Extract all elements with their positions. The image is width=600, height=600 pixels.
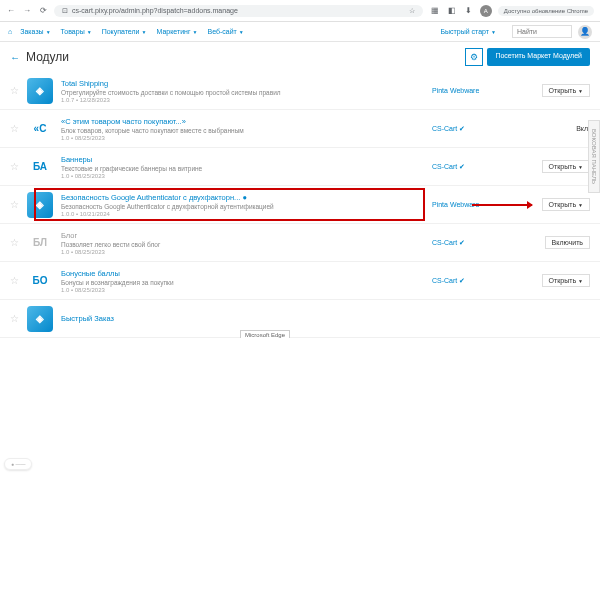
- table-row: ☆«С«С этим товаром часто покупают...»Бло…: [0, 110, 600, 148]
- addon-desc: Позволяет легко вести свой блог: [61, 241, 424, 248]
- top-nav: ⌂ Заказы▼ Товары▼ Покупатели▼ Маркетинг▼…: [0, 22, 600, 42]
- addon-icon: ◈: [27, 306, 53, 332]
- addon-name[interactable]: Total Shipping: [61, 79, 424, 88]
- page-header: ← Модули ⚙ Посетить Маркет Модулей: [0, 42, 600, 72]
- addon-info: БаннерыТекстовые и графические баннеры н…: [61, 155, 424, 179]
- addon-info: «С этим товаром часто покупают...»Блок т…: [61, 117, 424, 141]
- addon-vendor[interactable]: CS-Cart ✔: [432, 125, 522, 133]
- addon-icon: ◈: [27, 78, 53, 104]
- star-icon[interactable]: ☆: [10, 199, 19, 210]
- addon-action: Открыть ▼: [530, 198, 590, 211]
- update-button[interactable]: Доступно обновление Chrome: [498, 6, 594, 16]
- addon-info: Total ShippingОтрегулируйте стоимость до…: [61, 79, 424, 103]
- url-bar[interactable]: ⊡ cs-cart.pixy.pro/admin.php?dispatch=ad…: [54, 5, 423, 17]
- market-button[interactable]: Посетить Маркет Модулей: [487, 48, 590, 66]
- check-icon: ✔: [459, 125, 465, 133]
- lock-icon: ⊡: [62, 7, 68, 15]
- browser-actions: ▦ ◧ ⬇ A: [429, 5, 492, 17]
- table-row: ☆◈Быстрый Заказ: [0, 300, 600, 338]
- table-row: ☆БАБаннерыТекстовые и графические баннер…: [0, 148, 600, 186]
- check-icon: ✔: [459, 277, 465, 285]
- url-text: cs-cart.pixy.pro/admin.php?dispatch=addo…: [72, 7, 238, 14]
- home-icon[interactable]: ⌂: [8, 28, 12, 35]
- back-arrow-icon[interactable]: ←: [10, 52, 20, 63]
- open-button[interactable]: Открыть ▼: [542, 160, 590, 173]
- ext-icon[interactable]: ◧: [446, 5, 458, 17]
- arrow-annotation: [472, 204, 532, 206]
- addon-version: 1.0 • 08/25/2023: [61, 287, 424, 293]
- addon-version: 1.0 • 08/25/2023: [61, 173, 424, 179]
- nav-website[interactable]: Веб-сайт▼: [207, 28, 243, 35]
- reload-icon[interactable]: ⟳: [38, 6, 48, 16]
- table-row: ☆◈Безопасность Google Authenticator с дв…: [0, 186, 600, 224]
- page-title: Модули: [26, 50, 69, 64]
- open-button[interactable]: Открыть ▼: [542, 84, 590, 97]
- gear-icon[interactable]: ⚙: [465, 48, 483, 66]
- addon-desc: Безопасность Google Authenticator с двух…: [61, 203, 424, 210]
- addon-vendor[interactable]: CS-Cart ✔: [432, 239, 522, 247]
- addon-vendor[interactable]: Pinta Webware: [432, 87, 522, 94]
- addon-desc: Блок товаров, которые часто покупают вме…: [61, 127, 424, 134]
- search-input[interactable]: [512, 25, 572, 38]
- nav-orders[interactable]: Заказы▼: [20, 28, 50, 35]
- avatar[interactable]: 👤: [578, 25, 592, 39]
- star-icon[interactable]: ☆: [10, 313, 19, 324]
- table-row: ☆◈Total ShippingОтрегулируйте стоимость …: [0, 72, 600, 110]
- addon-icon: БЛ: [27, 230, 53, 256]
- download-icon[interactable]: ⬇: [463, 5, 475, 17]
- addon-version: 1.0.0 • 10/21/2024: [61, 211, 424, 217]
- addon-name[interactable]: Безопасность Google Authenticator с двух…: [61, 193, 424, 202]
- ext-icon[interactable]: ▦: [429, 5, 441, 17]
- nav-marketing[interactable]: Маркетинг▼: [156, 28, 197, 35]
- table-row: ☆БЛБлогПозволяет легко вести свой блог1.…: [0, 224, 600, 262]
- star-icon[interactable]: ☆: [10, 237, 19, 248]
- addon-desc: Текстовые и графические баннеры на витри…: [61, 165, 424, 172]
- addon-icon: ◈: [27, 192, 53, 218]
- addon-version: 1.0 • 08/25/2023: [61, 249, 424, 255]
- addon-name[interactable]: Быстрый Заказ: [61, 314, 424, 323]
- addon-info: Бонусные баллыБонусы и вознаграждения за…: [61, 269, 424, 293]
- check-icon: ✔: [459, 163, 465, 171]
- addon-desc: Бонусы и вознаграждения за покупки: [61, 279, 424, 286]
- enable-button[interactable]: Включить: [545, 236, 590, 249]
- addon-vendor[interactable]: CS-Cart ✔: [432, 277, 522, 285]
- addon-info: БлогПозволяет легко вести свой блог1.0 •…: [61, 231, 424, 255]
- star-icon[interactable]: ☆: [10, 123, 19, 134]
- open-button[interactable]: Открыть ▼: [542, 274, 590, 287]
- addon-list: ☆◈Total ShippingОтрегулируйте стоимость …: [0, 72, 600, 338]
- star-icon[interactable]: ☆: [10, 85, 19, 96]
- addon-name[interactable]: Блог: [61, 231, 424, 240]
- addon-action: Открыть ▼: [530, 160, 590, 173]
- star-icon[interactable]: ☆: [409, 7, 415, 15]
- addon-action: Вкл.: [530, 124, 590, 133]
- addon-desc: Отрегулируйте стоимость доставки с помощ…: [61, 89, 424, 96]
- addon-vendor[interactable]: CS-Cart ✔: [432, 163, 522, 171]
- open-button[interactable]: Открыть ▼: [542, 198, 590, 211]
- addon-version: 1.0 • 08/25/2023: [61, 135, 424, 141]
- nav-customers[interactable]: Покупатели▼: [102, 28, 147, 35]
- back-icon[interactable]: ←: [6, 6, 16, 16]
- addon-name[interactable]: Бонусные баллы: [61, 269, 424, 278]
- addon-icon: «С: [27, 116, 53, 142]
- table-row: ☆БОБонусные баллыБонусы и вознаграждения…: [0, 262, 600, 300]
- check-icon: ✔: [459, 239, 465, 247]
- star-icon[interactable]: ☆: [10, 161, 19, 172]
- addon-version: 1.0.7 • 12/28/2023: [61, 97, 424, 103]
- addon-info: Безопасность Google Authenticator с двух…: [61, 193, 424, 217]
- edge-tooltip: Microsoft Edge: [240, 330, 290, 338]
- profile-icon[interactable]: A: [480, 5, 492, 17]
- side-panel-toggle[interactable]: БОКОВАЯ ПАНЕЛЬ: [588, 120, 600, 193]
- addon-icon: БА: [27, 154, 53, 180]
- nav-products[interactable]: Товары▼: [61, 28, 92, 35]
- addon-info: Быстрый Заказ: [61, 314, 424, 324]
- addon-action: Открыть ▼: [530, 84, 590, 97]
- addon-icon: БО: [27, 268, 53, 294]
- addon-action: Открыть ▼: [530, 274, 590, 287]
- addon-name[interactable]: «С этим товаром часто покупают...»: [61, 117, 424, 126]
- addon-action: Включить: [530, 236, 590, 249]
- browser-toolbar: ← → ⟳ ⊡ cs-cart.pixy.pro/admin.php?dispa…: [0, 0, 600, 22]
- quick-start[interactable]: Быстрый старт▼: [440, 28, 496, 35]
- addon-name[interactable]: Баннеры: [61, 155, 424, 164]
- star-icon[interactable]: ☆: [10, 275, 19, 286]
- forward-icon[interactable]: →: [22, 6, 32, 16]
